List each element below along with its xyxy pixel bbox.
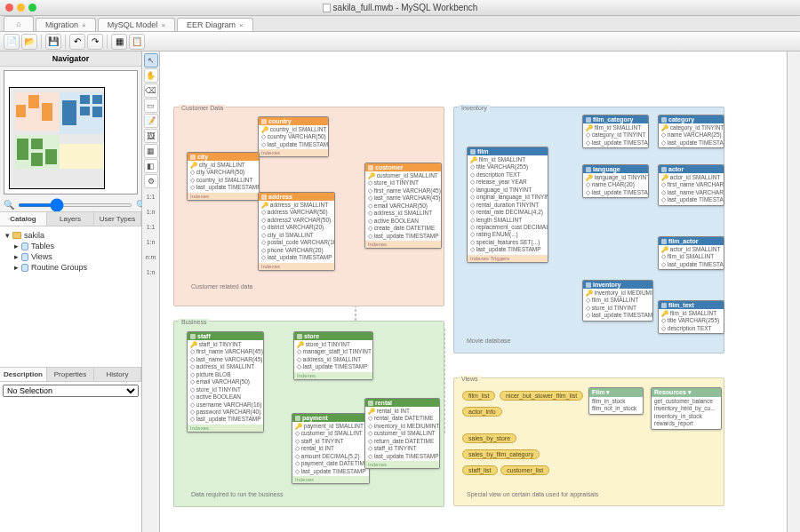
view-staff-list[interactable]: staff_list [462, 465, 498, 475]
redo-button[interactable]: ↷ [87, 34, 103, 50]
entity-store[interactable]: store🔑 store_id TINYINT◇ manager_staff_i… [293, 331, 373, 380]
note-customer: Customer related data [191, 283, 252, 290]
routine-tool[interactable]: ⚙ [144, 174, 158, 188]
navigator-panel: Navigator 🔍 🔍 70 Catalo [0, 52, 142, 532]
close-icon[interactable]: × [82, 21, 86, 29]
notes-button[interactable]: 📋 [129, 34, 145, 50]
view-nicer[interactable]: nicer_but_slower_film_list [500, 391, 583, 401]
view-film-list[interactable]: film_list [462, 391, 495, 401]
view-tool[interactable]: ◧ [144, 159, 158, 173]
entity-category[interactable]: category🔑 category_id TINYINT◇ name VARC… [658, 115, 724, 148]
close-icon[interactable]: × [161, 21, 165, 29]
entity-payment[interactable]: payment🔑 payment_id SMALLINT◇ customer_i… [292, 413, 370, 484]
entity-city[interactable]: city🔑 city_id SMALLINT◇ city VARCHAR(50)… [187, 152, 260, 201]
description-tab[interactable]: Description [0, 368, 47, 381]
layers-tab[interactable]: Layers [47, 212, 94, 226]
rel-11-tool[interactable]: 1:1 [144, 189, 158, 203]
view-sales-store[interactable]: sales_by_store [462, 433, 516, 443]
routine-resources[interactable]: Resources ▾get_customer_balanceinventory… [651, 387, 722, 430]
tab-eer-diagram[interactable]: EER Diagram× [177, 18, 253, 31]
note-inventory: Movie database [467, 337, 510, 344]
eraser-tool[interactable]: ⌫ [144, 83, 158, 98]
catalog-tab[interactable]: Catalog [0, 212, 47, 226]
close-icon[interactable]: × [239, 21, 244, 29]
entity-film-category[interactable]: film_category🔑 film_id SMALLINT◇ categor… [582, 115, 649, 148]
hand-tool[interactable]: ✋ [144, 68, 158, 83]
rel-1ni-tool[interactable]: 1:n [144, 234, 158, 249]
view-customer-list[interactable]: customer_list [500, 465, 549, 475]
grid-button[interactable]: ▦ [111, 34, 127, 50]
routines-icon [21, 264, 28, 272]
user-types-tab[interactable]: User Types [94, 212, 141, 226]
entity-actor[interactable]: actor🔑 actor_id SMALLINT◇ first_name VAR… [658, 164, 724, 206]
rel-1n-tool[interactable]: 1:n [144, 204, 158, 218]
catalog-tree[interactable]: ▾sakila ▸Tables ▸Views ▸Routine Groups [0, 226, 141, 367]
properties-tab[interactable]: Properties [47, 368, 94, 381]
pointer-tool[interactable]: ↖ [144, 53, 158, 67]
note-business: Data required to run the business [191, 491, 284, 497]
view-sales-category[interactable]: sales_by_film_category [462, 449, 540, 459]
views-icon [21, 253, 28, 261]
image-tool[interactable]: 🖼 [144, 129, 158, 143]
tab-migration[interactable]: Migration× [36, 18, 96, 31]
entity-customer[interactable]: customer🔑 customer_id SMALLINT◇ store_id… [364, 163, 442, 249]
home-icon: ⌂ [13, 19, 24, 29]
save-button[interactable]: 💾 [45, 34, 61, 50]
zoom-controls: 🔍 🔍 70 [0, 198, 141, 211]
undo-button[interactable]: ↶ [69, 34, 85, 50]
tab-mysql-model[interactable]: MySQL Model× [98, 18, 175, 31]
layer-tool[interactable]: ▭ [144, 99, 158, 113]
entity-rental[interactable]: rental🔑 rental_id INT◇ rental_date DATET… [364, 398, 440, 469]
note-tool[interactable]: 📝 [144, 114, 158, 128]
right-gutter [788, 52, 800, 532]
entity-film-text[interactable]: film_text🔑 film_id SMALLINT◇ title VARCH… [658, 300, 724, 334]
home-tab[interactable]: ⌂ [4, 16, 34, 31]
window-title: sakila_full.mwb - MySQL Workbench [0, 3, 800, 12]
rel-1ne-tool[interactable]: 1:n [144, 265, 158, 279]
entity-film[interactable]: film🔑 film_id SMALLINT◇ title VARCHAR(25… [467, 147, 548, 263]
chevron-right-icon[interactable]: ▸ [14, 242, 19, 250]
minimap[interactable] [4, 70, 138, 195]
zoom-out-icon[interactable]: 🔍 [4, 200, 14, 210]
main-toolbar: 📄 📂 💾 ↶ ↷ ▦ 📋 [0, 32, 800, 52]
routine-film[interactable]: Film ▾film_in_stockfilm_not_in_stock [588, 387, 644, 415]
chevron-right-icon[interactable]: ▸ [14, 252, 19, 261]
schema-icon [12, 232, 21, 239]
tables-icon [21, 242, 28, 250]
entity-country[interactable]: country🔑 country_id SMALLINT◇ country VA… [258, 116, 329, 157]
chevron-right-icon[interactable]: ▸ [14, 263, 19, 272]
entity-staff[interactable]: staff🔑 staff_id TINYINT◇ first_name VARC… [187, 331, 264, 433]
zoom-slider[interactable] [18, 203, 132, 207]
entity-inventory[interactable]: inventory🔑 inventory_id MEDIUMINT◇ film_… [582, 280, 653, 322]
entity-language[interactable]: language🔑 language_id TINYINT◇ name CHAR… [582, 164, 649, 198]
tool-palette: ↖ ✋ ⌫ ▭ 📝 🖼 ▦ ◧ ⚙ 1:1 1:n 1:1 1:n n:m 1:… [142, 52, 160, 532]
eer-canvas[interactable]: Customer Data Customer related data coun… [160, 52, 788, 532]
navigator-header: Navigator [0, 52, 141, 67]
view-actor-info[interactable]: actor_info [462, 407, 502, 417]
history-tab[interactable]: History [94, 368, 141, 381]
table-tool[interactable]: ▦ [144, 144, 158, 158]
rel-nm-tool[interactable]: n:m [144, 250, 158, 264]
chevron-down-icon[interactable]: ▾ [5, 231, 10, 240]
file-tab-bar: ⌂ Migration× MySQL Model× EER Diagram× [0, 16, 800, 32]
rel-11i-tool[interactable]: 1:1 [144, 219, 158, 234]
note-views: Special view on certain data used for ap… [467, 491, 598, 497]
selection-dropdown[interactable]: No Selection [3, 385, 139, 397]
entity-address[interactable]: address🔑 address_id SMALLINT◇ address VA… [258, 192, 335, 271]
title-bar: sakila_full.mwb - MySQL Workbench [0, 0, 800, 16]
entity-film-actor[interactable]: film_actor🔑 actor_id SMALLINT◇ film_id S… [658, 236, 724, 270]
new-file-button[interactable]: 📄 [4, 34, 20, 50]
open-file-button[interactable]: 📂 [21, 34, 37, 50]
